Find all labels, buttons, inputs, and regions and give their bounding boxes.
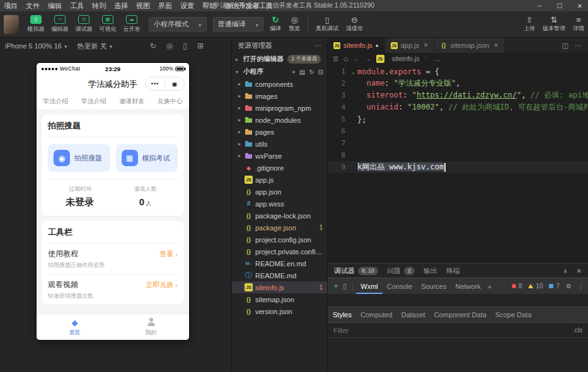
menu-item[interactable]: 工具 [70,1,84,11]
close-tab-icon[interactable] [493,42,499,48]
tool-row-action[interactable]: 立即兑换 [146,280,173,290]
wxml-tree-area[interactable] [328,294,588,307]
menu-item[interactable]: 文件 [26,1,40,11]
debug-tab[interactable]: 终端 [446,266,460,276]
screenshot-icon[interactable] [166,42,173,50]
device-frame-icon[interactable] [183,42,187,50]
ide-mode-button[interactable]: 调试器 [73,15,95,33]
menu-item[interactable]: 编辑 [48,1,62,11]
appmode-select[interactable]: 小程序模式 [149,17,207,31]
popout-window-icon[interactable] [197,42,204,50]
more-actions-icon[interactable] [314,42,321,50]
debug-tab[interactable]: 输出 [424,266,437,276]
tool-row[interactable]: 使用教程 查看 › 拍照搜题正确使用姿势 [48,244,178,274]
tree-item[interactable]: package-lock.json [232,210,327,222]
tool-row-action[interactable]: 查看 [159,249,173,259]
project-root-section[interactable]: ▾ 小程序 [232,65,327,78]
sidebar-tab[interactable]: Styles [333,311,352,318]
tree-item[interactable]: README.md [232,269,327,281]
device-selector[interactable]: iPhone 5 100% 16 [5,42,67,50]
breadcrumb-file[interactable]: siteinfo.js [392,55,420,62]
sidebar-tab[interactable]: Scope Data [495,311,531,318]
toolbar-action-button[interactable]: 真机调试 [316,16,338,33]
debug-tab[interactable]: 调试器 8, 10 [334,266,378,276]
user-avatar[interactable] [4,15,19,34]
editor-tab[interactable]: siteinfo.js ● [328,38,385,53]
phone-tabbar-item[interactable]: 首页 [37,314,113,340]
tree-item[interactable]: components [232,78,327,90]
code-line[interactable]: 9 k网出品 www.kjsv.com [328,161,588,173]
close-panel-icon[interactable] [577,268,582,274]
info-counter[interactable]: 7 [549,283,560,290]
editor-tab[interactable]: app.js [385,38,435,53]
kebab-menu-icon[interactable] [578,283,584,290]
sidebar-tab[interactable]: Computed [360,311,393,318]
tree-item[interactable]: package.json 1 [232,222,327,234]
tree-item[interactable]: sitemap.json [232,293,327,305]
devtools-tab[interactable]: Network [451,278,485,294]
code-line[interactable]: 8 [328,149,588,161]
ide-mode-button[interactable]: 可视化 [97,15,118,33]
editor-tab[interactable]: sitemap.json [435,38,505,53]
more-tabs-icon[interactable]: » [485,283,494,290]
phone-nav-tab[interactable]: 邀请好友 [119,97,144,106]
debug-tab[interactable]: 问题 2 [387,266,415,276]
code-line[interactable]: 5 }; [328,113,588,125]
code-line[interactable]: 7 [328,137,588,149]
minimize-icon[interactable] [535,3,544,9]
toolbar-action-button[interactable]: 上传 [524,16,535,33]
toolbar-action-button[interactable]: 编译 [270,16,281,33]
tree-item[interactable]: utils [232,138,327,150]
tree-item[interactable]: siteinfo.js 1 [232,281,327,293]
tree-item[interactable]: node_modules [232,114,327,126]
toggle-class-button[interactable]: .cls [573,327,582,334]
code-line[interactable]: 4 uniacid: "10002", // 此处为商城ID, 可在超管后台-商… [328,101,588,113]
tree-item[interactable]: project.config.json [232,234,327,245]
code-line[interactable]: 1 module.exports = { [328,65,588,77]
tree-item[interactable]: README.en.md [232,257,327,269]
more-actions-icon[interactable] [575,42,582,50]
hot-reload-selector[interactable]: 热更新 关 [77,42,112,51]
ide-mode-button[interactable]: 编辑器 [49,15,71,33]
collapse-folders-icon[interactable] [318,69,323,76]
tree-item[interactable]: app.json [232,186,327,198]
more-icon[interactable] [146,81,164,87]
wechat-capsule[interactable] [145,77,185,91]
devtools-tab[interactable]: Console [383,278,417,294]
new-file-icon[interactable] [292,69,296,76]
code-line[interactable]: 2 name: "学法减分专业版", [328,77,588,89]
devtools-tab[interactable]: Sources [417,278,451,294]
new-folder-icon[interactable] [299,69,305,76]
device-toolbar-icon[interactable] [343,282,347,290]
bookmark-icon[interactable] [343,55,349,62]
forward-icon[interactable] [365,55,371,62]
compile-mode-select[interactable]: 普通编译 [213,17,264,31]
menu-item[interactable]: 项目 [4,1,18,11]
phone-nav-tab[interactable]: 兑换中心 [158,97,183,106]
expand-panel-icon[interactable] [563,268,567,274]
tree-item[interactable]: miniprogram_npm [232,102,327,114]
menu-item[interactable]: 转到 [92,1,106,11]
ide-mode-button[interactable]: 模拟器 [25,15,47,33]
filter-input[interactable] [333,327,568,334]
ide-mode-button[interactable]: 云开发 [121,15,142,33]
phone-tabbar-item[interactable]: 我的 [113,314,189,340]
code-editor[interactable]: 1 module.exports = { 2 name: "学法减分专业版", … [328,64,588,263]
tree-item[interactable]: app.wxss [232,198,327,210]
phone-nav-tab[interactable]: 学法介绍 [81,97,107,106]
tree-item[interactable]: .gitignore [232,162,327,174]
phone-action-button[interactable]: 拍照搜题 [48,144,110,172]
tree-item[interactable]: app.js [232,174,327,186]
open-editors-section[interactable]: ▸ 打开的编辑器 1 个未保存 [232,53,327,65]
tree-item[interactable]: version.json [232,305,327,317]
toolbar-action-button[interactable]: 预览 [289,16,300,33]
tree-item[interactable]: pages [232,126,327,138]
phone-nav-tab[interactable]: 学法介绍 [43,97,68,106]
close-tab-icon[interactable] [424,42,429,48]
toolbar-action-button[interactable]: 版本管理 [543,16,565,33]
close-icon[interactable] [575,3,584,9]
toolbar-action-button[interactable]: 详情 [573,16,584,33]
menu-item[interactable]: 视图 [136,1,150,11]
back-icon[interactable] [354,55,360,62]
sidebar-tab[interactable]: Dataset [401,311,425,318]
